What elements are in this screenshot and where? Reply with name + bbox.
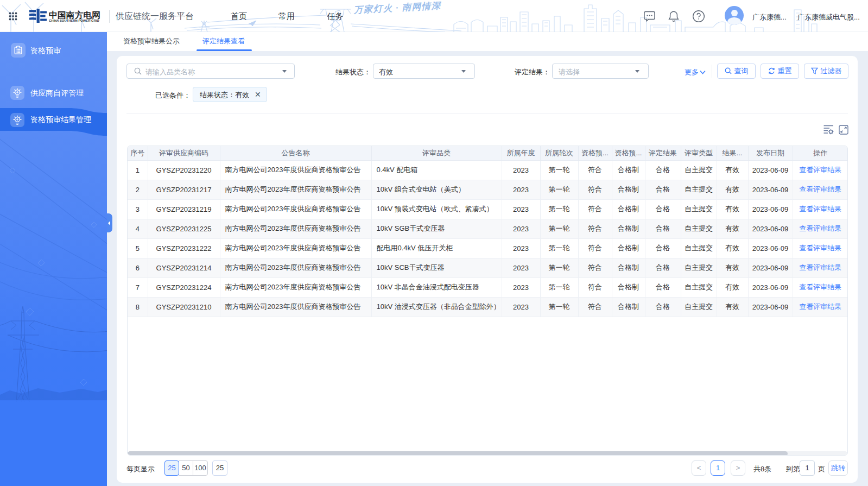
svg-text:万家灯火 · 南网情深: 万家灯火 · 南网情深 <box>353 1 442 15</box>
